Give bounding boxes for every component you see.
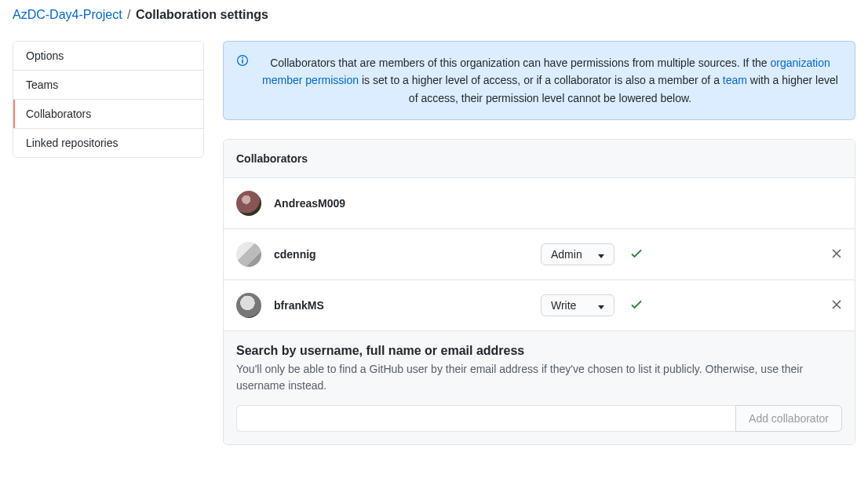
add-collaborator-footer: Search by username, full name or email a… [224,331,855,444]
avatar [236,242,261,267]
collaborator-username[interactable]: cdennig [274,248,541,261]
collaborator-search-input[interactable] [236,405,735,432]
breadcrumb-current: Collaboration settings [136,8,268,21]
sidebar-item-options[interactable]: Options [13,42,203,71]
collaborator-row: bfrankMS Write [224,280,855,331]
role-select[interactable]: Write [541,294,615,316]
sidebar-item-label: Linked repositories [26,137,119,149]
collaborator-username[interactable]: bfrankMS [274,299,541,312]
info-banner: Collaborators that are members of this o… [223,41,855,120]
settings-sidebar: Options Teams Collaborators Linked repos… [13,41,204,445]
collaborators-header: Collaborators [224,140,855,178]
sidebar-item-teams[interactable]: Teams [13,71,203,100]
sidebar-item-label: Teams [26,79,58,91]
sidebar-item-label: Options [26,49,64,62]
remove-collaborator-button[interactable] [831,299,842,312]
sidebar-item-collaborators[interactable]: Collaborators [13,100,203,129]
role-select-label: Admin [551,248,582,261]
search-subtext: You'll only be able to find a GitHub use… [236,361,842,394]
search-title: Search by username, full name or email a… [236,344,842,358]
team-link[interactable]: team [723,74,747,86]
avatar [236,293,261,318]
collaborator-row: cdennig Admin [224,229,855,280]
sidebar-item-linked-repositories[interactable]: Linked repositories [13,129,203,157]
sidebar-item-label: Collaborators [26,108,91,120]
add-collaborator-button[interactable]: Add collaborator [735,405,842,432]
role-select[interactable]: Admin [541,243,615,265]
breadcrumb-project-link[interactable]: AzDC-Day4-Project [13,8,122,21]
check-icon [630,298,643,313]
caret-down-icon [598,248,604,261]
collaborators-box: Collaborators AndreasM009 cdennig Admin [223,139,855,445]
role-select-label: Write [551,299,576,312]
breadcrumb-sep: / [127,8,130,21]
avatar [236,191,261,216]
banner-text-1: Collaborators that are members of this o… [270,57,770,69]
info-icon [236,54,249,71]
caret-down-icon [598,299,604,312]
banner-text-2: is set to a higher level of access, or i… [362,74,723,86]
collaborator-username[interactable]: AndreasM009 [274,197,541,210]
remove-collaborator-button[interactable] [831,248,842,261]
check-icon [630,247,643,262]
collaborator-row: AndreasM009 [224,178,855,229]
breadcrumb: AzDC-Day4-Project / Collaboration settin… [13,8,855,22]
